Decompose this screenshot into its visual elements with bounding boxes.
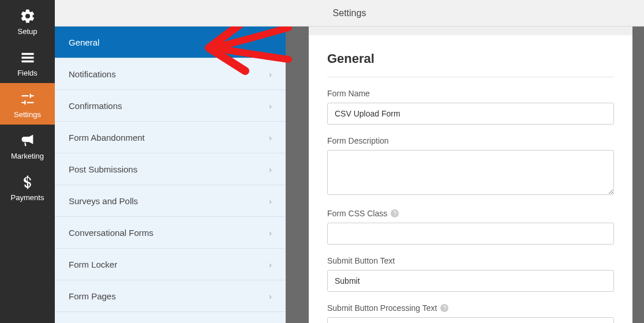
sliders-icon — [20, 91, 36, 107]
help-icon[interactable]: ? — [440, 304, 448, 312]
subnav-item-general[interactable]: General — [55, 27, 286, 58]
rail-item-label: Marketing — [11, 152, 44, 160]
below-top: General Notifications › Confirmations › … — [55, 27, 644, 323]
submit-button-text-input[interactable] — [327, 270, 614, 292]
subnav-item-post-submissions[interactable]: Post Submissions › — [55, 153, 286, 185]
settings-panel: General Form Name Form Description Form … — [309, 35, 632, 323]
chevron-right-icon: › — [269, 101, 272, 111]
top-bar: Settings — [55, 0, 644, 27]
rail-item-settings[interactable]: Settings — [0, 83, 55, 125]
subnav-item-form-abandonment[interactable]: Form Abandonment › — [55, 122, 286, 153]
chevron-right-icon: › — [269, 260, 272, 269]
subnav-item-form-pages[interactable]: Form Pages › — [55, 280, 286, 312]
dollar-icon — [20, 174, 36, 190]
subnav-item-label: General — [69, 37, 99, 47]
settings-subnav: General Notifications › Confirmations › … — [55, 27, 286, 323]
subnav-item-label: Form Pages — [69, 291, 116, 301]
panel-gap — [286, 27, 309, 323]
subnav-item-label: Confirmations — [69, 101, 122, 111]
rail-item-label: Fields — [17, 69, 38, 77]
chevron-right-icon: › — [269, 69, 272, 79]
gear-icon — [20, 8, 36, 24]
subnav-item-label: Form Locker — [69, 260, 117, 269]
form-name-input[interactable] — [327, 103, 614, 125]
form-css-label-text: Form CSS Class — [327, 209, 387, 218]
form-css-class-input[interactable] — [327, 223, 614, 245]
subnav-item-conversational-forms[interactable]: Conversational Forms › — [55, 217, 286, 249]
rail-item-setup[interactable]: Setup — [0, 0, 55, 42]
form-css-class-label: Form CSS Class ? — [327, 209, 614, 218]
rail-item-payments[interactable]: Payments — [0, 166, 55, 208]
rail-item-fields[interactable]: Fields — [0, 42, 55, 83]
help-icon[interactable]: ? — [391, 209, 399, 217]
page-title: Settings — [333, 8, 366, 18]
form-description-label: Form Description — [327, 136, 614, 145]
subnav-item-label: Notifications — [69, 69, 116, 79]
field-submit-button-text: Submit Button Text — [327, 256, 614, 292]
panel-heading: General — [327, 51, 614, 77]
subnav-item-confirmations[interactable]: Confirmations › — [55, 90, 286, 122]
submit-processing-text-label: Submit Button Processing Text ? — [327, 303, 614, 313]
field-form-css-class: Form CSS Class ? — [327, 209, 614, 245]
content-wrap: Settings General Notifications › Confirm… — [55, 0, 644, 323]
chevron-right-icon: › — [269, 291, 272, 301]
primary-rail: Setup Fields Settings Marketing Payments — [0, 0, 55, 323]
form-description-input[interactable] — [327, 150, 614, 195]
subnav-item-notifications[interactable]: Notifications › — [55, 58, 286, 90]
rail-item-marketing[interactable]: Marketing — [0, 125, 55, 166]
list-icon — [20, 50, 36, 66]
rail-item-label: Settings — [14, 110, 41, 119]
submit-button-processing-text-input[interactable] — [327, 317, 614, 323]
panel-gap-right — [632, 27, 644, 323]
subnav-item-surveys-and-polls[interactable]: Surveys and Polls › — [55, 185, 286, 217]
form-name-label: Form Name — [327, 89, 614, 98]
chevron-right-icon: › — [269, 133, 272, 142]
field-submit-button-processing-text: Submit Button Processing Text ? — [327, 303, 614, 323]
submit-button-text-label: Submit Button Text — [327, 256, 614, 265]
subnav-item-label: Form Abandonment — [69, 133, 145, 142]
chevron-right-icon: › — [269, 164, 272, 174]
submit-processing-label-text: Submit Button Processing Text — [327, 303, 437, 313]
field-form-description: Form Description — [327, 136, 614, 197]
subnav-item-label: Conversational Forms — [69, 228, 153, 238]
subnav-item-form-locker[interactable]: Form Locker › — [55, 249, 286, 280]
subnav-item-label: Post Submissions — [69, 164, 137, 174]
bullhorn-icon — [20, 133, 36, 149]
field-form-name: Form Name — [327, 89, 614, 125]
rail-item-label: Setup — [18, 27, 38, 36]
chevron-right-icon: › — [269, 196, 272, 206]
rail-item-label: Payments — [11, 193, 44, 202]
chevron-right-icon: › — [269, 228, 272, 238]
subnav-item-label: Surveys and Polls — [69, 196, 138, 206]
